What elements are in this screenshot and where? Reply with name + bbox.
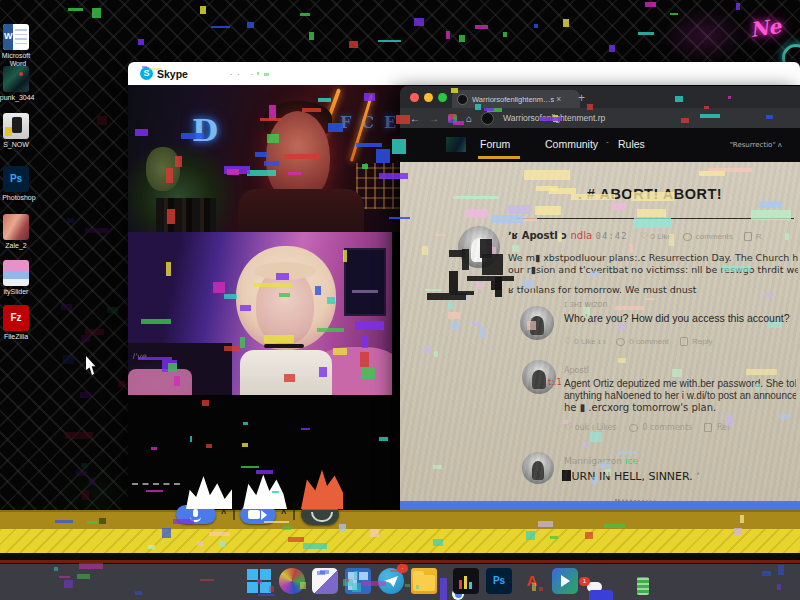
avatar[interactable]: [522, 360, 556, 394]
desktop-icon-cyberpunk[interactable]: rpunk_3044: [0, 66, 40, 102]
zoom-window-button[interactable]: [438, 93, 447, 102]
hangup-phone-icon: [311, 512, 333, 522]
glitch-tray-icon: [637, 577, 649, 595]
skype-logo-icon: S: [140, 67, 153, 80]
skype-titlebar[interactable]: S Skype ·· ·: [128, 62, 800, 85]
microphone-icon: [193, 509, 198, 517]
post-author[interactable]: Mannigarzon ıce: [564, 456, 638, 466]
back-icon[interactable]: ←: [410, 113, 420, 124]
taskbar-app-skype[interactable]: 1: [585, 580, 587, 582]
post-body-line: Agent Ortiz deputized me with.ber passwo…: [564, 378, 796, 389]
post-body-line: he ▮ .ercxorg tomorrow's plan.: [564, 402, 796, 413]
glitch-band-mustard: [0, 510, 800, 531]
post-author[interactable]: ʼʁ Apostl ɔ ndla 04:42: [508, 230, 628, 241]
equalizer-app-icon[interactable]: [453, 568, 479, 594]
taskbar: · Ps A 1: [0, 564, 800, 600]
video-app-icon[interactable]: [552, 568, 578, 594]
post-actions[interactable]: ♡ 0 Like ɪ ı 0 comment Reply: [564, 336, 712, 346]
skype-menu-dots[interactable]: ·· ·: [230, 69, 258, 79]
acrobat-icon[interactable]: A: [519, 568, 545, 594]
task-view-icon[interactable]: [345, 568, 371, 594]
avatar[interactable]: [458, 226, 500, 268]
post-author[interactable]: Apostl: [564, 366, 589, 375]
browser-tabstrip: Warriorsofenlightenm…st.. × +: [400, 86, 800, 108]
thread-title: . # ABORT! ABORT!: [520, 186, 780, 202]
post-author[interactable]: ɪ ɜʜɪ wızon: [564, 300, 607, 309]
avatar[interactable]: [520, 306, 554, 340]
neon-sign-decoration: Ne: [748, 14, 782, 42]
nav-tab-rules[interactable]: Rules: [618, 138, 645, 150]
desktop-icon-photoshop[interactable]: Ps e Photoshop: [0, 166, 40, 202]
nav-tab-forum[interactable]: Forum: [480, 138, 510, 150]
search-icon[interactable]: [279, 568, 305, 594]
screen: Ne W Microsoft _Word rpunk_3044 S_NOW Ps…: [0, 0, 800, 600]
tab-close-icon[interactable]: ×: [556, 94, 561, 104]
share-icon: [704, 423, 712, 432]
filezilla-icon: Fz: [3, 305, 29, 331]
post-time: t:.1: [548, 378, 561, 387]
divider: [293, 507, 295, 520]
browser-tab[interactable]: Warriorsofenlightenm…st.. ×: [452, 90, 580, 108]
neon-d-sign: D: [192, 113, 218, 148]
image-thumbnail-icon: [3, 66, 29, 92]
divider: [518, 218, 794, 219]
camera-icon: [248, 510, 260, 519]
chevron-down-icon: ˇ: [606, 140, 609, 149]
desktop-icon-word[interactable]: W Microsoft _Word: [0, 24, 40, 68]
word-icon: W: [3, 24, 29, 50]
forum-content: . # ABORT! ABORT! ʼʁ Apostl ɔ ndla 04:42…: [400, 162, 800, 505]
close-window-button[interactable]: [410, 93, 419, 102]
video-tile-remote[interactable]: D FCE: [128, 85, 430, 232]
telegram-icon[interactable]: ·: [378, 568, 404, 594]
post-body-line: We m▮ xbstpodluour plans:.c Resurrection…: [508, 252, 798, 263]
desktop-icon-filezilla[interactable]: Fz FileZilla: [0, 305, 40, 341]
photoshop-taskbar-icon[interactable]: Ps: [486, 568, 512, 594]
desktop-icon-label: FileZilla: [0, 333, 40, 341]
graffiti-text: I've: [132, 352, 146, 361]
nav-tab-community[interactable]: Community: [545, 138, 598, 150]
browser-window: Warriorsofenlightenm…st.. × + ← → ⌂ Warr…: [400, 86, 800, 505]
file-explorer-icon[interactable]: [411, 568, 437, 594]
glitch-block: [562, 470, 571, 481]
desktop-icon-label: S_NOW: [0, 141, 40, 149]
chevron-up-icon[interactable]: ^: [281, 508, 286, 518]
video-tile-self[interactable]: I've: [128, 232, 392, 395]
desktop-icon-pics-now[interactable]: S_NOW: [0, 113, 40, 149]
site-logo[interactable]: [446, 137, 466, 152]
start-button[interactable]: [246, 568, 272, 594]
post-actions[interactable]: ♡ ouk ı Likes 0 comments Rel: [564, 422, 729, 432]
chevron-up-icon[interactable]: ^: [221, 508, 226, 518]
tab-favicon: [457, 94, 468, 105]
post-time: 04:42: [596, 231, 628, 241]
desktop-icon-slider[interactable]: itySlider: [0, 260, 40, 296]
home-icon[interactable]: ⌂: [466, 113, 472, 124]
author-tag: ndla: [571, 230, 593, 241]
divider: [233, 507, 235, 520]
glitch-chip: ıce: [625, 456, 638, 466]
minimize-window-button[interactable]: [424, 93, 433, 102]
forward-icon[interactable]: →: [429, 113, 439, 124]
tab-title: Warriorsofenlightenm…st..: [472, 95, 554, 104]
taskbar-icons: · Ps A 1: [246, 568, 587, 594]
nav-right-link[interactable]: "Resurrectio" ʌ: [730, 141, 782, 149]
url-text[interactable]: Warriorsofenlightenment.rp: [503, 113, 605, 123]
widgets-icon[interactable]: [312, 568, 338, 594]
comment-icon: [616, 338, 625, 346]
share-icon: [680, 337, 688, 346]
neon-letters-sign: FCE: [340, 113, 406, 132]
share-icon: [744, 232, 752, 241]
post-body-line: ʁ tfonlans for tomorrow. We must dnust: [508, 284, 798, 295]
new-tab-button[interactable]: +: [578, 91, 585, 105]
post-body-line: our r▮sion and t'cveritbat no victimss: …: [508, 264, 798, 275]
heart-icon: ♡: [564, 422, 572, 432]
comment-icon: [683, 233, 692, 241]
reload-icon[interactable]: [448, 114, 457, 123]
image-thumbnail-icon: [3, 113, 29, 139]
post-actions[interactable]: ♡ 0 Like comments R: [640, 231, 762, 241]
image-thumbnail-icon: [3, 260, 29, 286]
avatar[interactable]: [522, 452, 554, 484]
taskbar-app-chrome[interactable]: [444, 580, 446, 582]
notification-badge: ·: [397, 564, 408, 573]
desktop-icon-zale[interactable]: Zale_2: [0, 214, 40, 250]
comment-icon: [629, 424, 638, 432]
